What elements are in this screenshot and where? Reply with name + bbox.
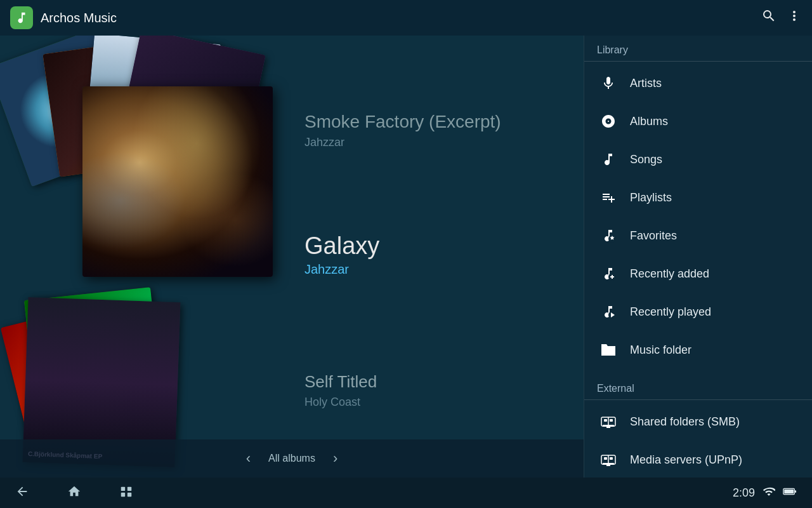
- svg-rect-4: [604, 419, 607, 422]
- svg-rect-14: [606, 465, 610, 466]
- albums-bar: ‹ All albums ›: [0, 439, 584, 478]
- sidebar-item-artists[interactable]: Artists: [584, 64, 812, 102]
- svg-rect-20: [794, 490, 796, 493]
- svg-rect-8: [606, 427, 610, 428]
- svg-rect-18: [128, 492, 131, 496]
- svg-rect-11: [610, 457, 613, 460]
- next-song-artist: Holy Coast: [304, 396, 377, 409]
- status-right: 2:09: [733, 485, 797, 500]
- upnp-label: Media servers (UPnP): [630, 453, 742, 467]
- svg-rect-16: [128, 486, 131, 490]
- favorites-label: Favorites: [630, 229, 677, 243]
- all-albums-label: All albums: [268, 453, 315, 464]
- search-icon[interactable]: [761, 8, 776, 27]
- sidebar-item-recently-played[interactable]: Recently played: [584, 293, 812, 331]
- back-button[interactable]: [15, 485, 29, 502]
- svg-rect-10: [604, 457, 607, 460]
- song-info-top: Smoke Factory (Excerpt) Jahzzar: [304, 112, 501, 149]
- top-bar-actions: [761, 8, 802, 27]
- battery-icon: [783, 487, 797, 498]
- app-title: Archos Music: [41, 11, 761, 25]
- sidebar-item-albums[interactable]: Albums: [584, 102, 812, 140]
- svg-rect-15: [121, 486, 125, 490]
- sidebar-item-upnp[interactable]: Media servers (UPnP): [584, 441, 812, 478]
- app-icon: [10, 6, 33, 29]
- current-song-title: Galaxy: [304, 232, 379, 260]
- svg-rect-5: [610, 419, 613, 422]
- next-album-button[interactable]: ›: [328, 445, 343, 472]
- bottom-bar: 2:09: [0, 478, 812, 508]
- network-upnp-icon: [597, 448, 620, 471]
- favorite-icon: [597, 224, 620, 247]
- prev-song-title: Smoke Factory (Excerpt): [304, 112, 501, 132]
- svg-rect-17: [121, 492, 125, 496]
- sidebar-item-playlists[interactable]: Playlists: [584, 178, 812, 217]
- playlist-icon: [597, 186, 620, 209]
- current-song-artist: Jahzzar: [304, 262, 379, 277]
- smb-label: Shared folders (SMB): [630, 415, 740, 429]
- recently-played-label: Recently played: [630, 305, 711, 319]
- main-content: Smoke Factory (Excerpt) Jahzzar Galaxy J…: [0, 36, 812, 478]
- nav-buttons: [15, 485, 133, 502]
- song-info-main: Galaxy Jahzzar: [304, 232, 379, 277]
- sidebar-item-songs[interactable]: Songs: [584, 140, 812, 178]
- svg-rect-21: [784, 490, 794, 493]
- external-section-label: External: [584, 374, 812, 400]
- home-button[interactable]: [67, 485, 81, 502]
- library-section-label: Library: [584, 36, 812, 62]
- svg-rect-7: [603, 425, 614, 427]
- sidebar-item-favorites[interactable]: Favorites: [584, 217, 812, 255]
- microphone-icon: [597, 72, 620, 95]
- recents-button[interactable]: [119, 485, 133, 502]
- svg-rect-13: [603, 463, 614, 465]
- time-display: 2:09: [733, 486, 755, 500]
- top-bar: Archos Music: [0, 0, 812, 36]
- network-smb-icon: [597, 410, 620, 433]
- prev-song-artist: Jahzzar: [304, 136, 501, 149]
- wifi-icon: [763, 485, 775, 500]
- play-music-icon: [597, 300, 620, 323]
- add-music-icon: [597, 262, 620, 285]
- sidebar-item-recently-added[interactable]: Recently added: [584, 255, 812, 293]
- albums-label: Albums: [630, 115, 668, 128]
- vinyl-icon: [597, 110, 620, 133]
- featured-album[interactable]: [82, 86, 273, 277]
- music-note-icon: [597, 148, 620, 171]
- songs-label: Songs: [630, 153, 662, 166]
- song-info-bottom: Self Titled Holy Coast: [304, 372, 377, 409]
- sidebar-item-music-folder[interactable]: Music folder: [584, 331, 812, 369]
- folder-icon: [597, 338, 620, 361]
- playlists-label: Playlists: [630, 191, 672, 204]
- next-song-title: Self Titled: [304, 372, 377, 392]
- sidebar-item-smb[interactable]: Shared folders (SMB): [584, 403, 812, 441]
- artists-label: Artists: [630, 77, 662, 90]
- music-folder-label: Music folder: [630, 344, 691, 357]
- sidebar: Library Artists Albums: [584, 36, 812, 478]
- recently-added-label: Recently added: [630, 267, 709, 281]
- album-area: Smoke Factory (Excerpt) Jahzzar Galaxy J…: [0, 36, 584, 478]
- more-vert-icon[interactable]: [787, 8, 802, 27]
- prev-album-button[interactable]: ‹: [241, 445, 256, 472]
